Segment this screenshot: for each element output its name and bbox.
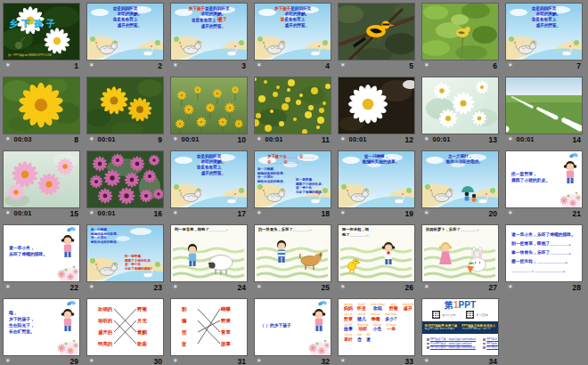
qr-group: 微信公众号 <box>432 311 455 319</box>
slide-cell: ✶00:0110 <box>171 77 247 145</box>
transition-star-icon[interactable]: ✶ <box>88 209 95 217</box>
slide-thumbnail-28[interactable]: 逮一串小鱼，乐坏了馋嘴的猫咪。割一把青草，喂饱了________。拿一块骨头，乐… <box>506 225 582 281</box>
qr-code-row: 微信公众号官方QQ群 <box>422 311 498 319</box>
transition-star-icon[interactable]: ✶ <box>423 61 430 69</box>
slide-thumbnail-7[interactable]: 曾是妈妈怀里欢唱的黄鹂。曾是爸爸背上盛开的野菊。 <box>506 4 582 60</box>
transition-star-icon[interactable]: ✶ <box>507 283 514 291</box>
vocab-characters: 猪儿 <box>357 317 366 321</box>
slide-thumbnail-9[interactable] <box>87 77 163 134</box>
slide-thumbnail-6[interactable] <box>422 4 498 60</box>
transition-star-icon[interactable]: ✶ <box>256 61 263 69</box>
slide-thumbnail-14[interactable] <box>506 77 582 134</box>
transition-star-icon[interactable]: ✶ <box>172 135 179 143</box>
transition-star-icon[interactable]: ✶ <box>256 357 263 365</box>
transition-star-icon[interactable]: ✶ <box>4 283 12 291</box>
slide-thumbnail-4[interactable]: 乡下孩子是妈妈怀里欢唱的黄鹂。曾是爸爸背上盛开的野菊。 <box>255 4 331 60</box>
slide-thumbnail-3[interactable]: 乡下孩子曾是妈妈怀里欢唱的黄鹂。曾是爸爸背上 谁?盛开的野菊。 <box>171 4 247 60</box>
slide-thumbnail-30[interactable]: 欢唱的动听的盛开的明亮的野菊月光黄鹂歌曲 <box>87 299 163 355</box>
slide-number: 26 <box>405 283 413 292</box>
transition-star-icon[interactable]: ✶ <box>88 61 95 69</box>
transition-star-icon[interactable]: ✶ <box>423 209 430 217</box>
slide-thumbnail-12[interactable] <box>339 77 414 134</box>
footer-link[interactable]: PPT背景图片：www.1ppt.com/beijing/ <box>427 345 476 350</box>
slide-text: 乐坏了馋嘴的猫咪。 <box>125 267 153 272</box>
slide-cell: ✶6 <box>422 4 498 71</box>
slide-cell: 曾是妈妈怀里欢唱的黄鹂。曾是爸爸背上盛开的野菊。✶2 <box>87 4 163 71</box>
slide-thumbnail-31[interactable]: 割编挖捉蝴蝶野菜青草故事 <box>171 299 247 355</box>
slide-thumbnail-32[interactable]: （ ）的乡下孩子 <box>255 299 331 355</box>
single-yellow-flower-image <box>4 77 79 134</box>
slide-thumbnail-1[interactable]: 乡下孩子第一PPT模板网 WWW.1PPT.COM <box>4 4 79 60</box>
slide-thumbnail-8[interactable] <box>4 77 79 134</box>
transition-star-icon[interactable]: ✶ <box>172 209 179 217</box>
slide-thumbnail-26[interactable]: 撒一把米粒，喂饱了________。 <box>339 225 414 281</box>
transition-star-icon[interactable]: ✶ <box>256 135 263 143</box>
slide-thumbnail-10[interactable] <box>171 77 247 134</box>
slide-text: 能编织美丽的故事。 <box>363 159 399 164</box>
slide-cell: ✶00:0113 <box>422 77 498 145</box>
transition-star-icon[interactable]: ✶ <box>4 135 12 143</box>
transition-star-icon[interactable]: ✶ <box>507 209 514 217</box>
slide-thumbnail-2[interactable]: 曾是妈妈怀里欢唱的黄鹂。曾是爸爸背上盛开的野菊。 <box>87 4 163 60</box>
slide-cell: ✶00:0115 <box>4 151 79 219</box>
slide-thumbnail-19[interactable]: 捉一只蝴蝶，能编织美丽的故事。 <box>339 151 414 207</box>
transition-star-icon[interactable]: ✶ <box>339 61 347 69</box>
vocab-word: duō shǎo多少? <box>385 313 396 321</box>
slide-label-bar: ✶20 <box>422 207 498 219</box>
slide-thumbnail-5[interactable] <box>339 4 414 60</box>
transition-star-icon[interactable]: ✶ <box>4 357 12 365</box>
footer-link[interactable]: PPT教程下载：www.1ppt.com/powerpoint/ <box>483 345 498 350</box>
slide-thumbnail-15[interactable] <box>4 151 79 207</box>
girl-strip-image <box>307 299 331 355</box>
transition-star-icon[interactable]: ✶ <box>88 357 95 365</box>
transition-star-icon[interactable]: ✶ <box>423 357 430 365</box>
slide-thumbnail-18[interactable]: 乡下孩子会____、会____、会____、会____。捉一只蝴蝶，能编织美丽的… <box>255 151 331 207</box>
slide-number: 2 <box>158 61 162 70</box>
slide-thumbnail-23[interactable]: 捉一只蝴蝶，能编织美丽的故事。含一片草叶，能吹出动听的歌曲。挖一篮野菜，撑圆了小… <box>87 225 163 281</box>
vocab-word: zhū ér猪儿 <box>357 313 366 321</box>
transition-star-icon[interactable]: ✶ <box>339 209 347 217</box>
slide-thumbnail-13[interactable] <box>422 77 498 134</box>
slide-thumbnail-29[interactable]: 哦，乡下的孩子，生在阳光下，长在旷野里。 <box>4 299 79 355</box>
transition-star-icon[interactable]: ✶ <box>339 357 347 365</box>
slide-thumbnail-16[interactable] <box>87 151 163 207</box>
slide-text-block: 乡下孩子是妈妈怀里欢唱的黄鹂。曾是爸爸背上盛开的野菊。 <box>255 6 331 28</box>
slide-text-block: 撒一把米粒，喂饱了________。 <box>342 227 371 237</box>
slide-cell: 曾是妈妈怀里欢唱的黄鹂。曾是爸爸背上盛开的野菊。✶7 <box>506 4 582 71</box>
transition-star-icon[interactable]: ✶ <box>423 135 430 143</box>
slide-cell: 捉一只蝴蝶，能编织美丽的故事。含一片草叶，能吹出动听的歌曲。挖一篮野菜，撑圆了小… <box>87 225 163 293</box>
slide-thumbnail-33[interactable]: mā ma妈妈huái lǐ怀里huān chàng欢唱yě jú野菊shèng… <box>339 299 414 355</box>
slide-number: 20 <box>489 209 497 218</box>
transition-star-icon[interactable]: ✶ <box>4 209 12 217</box>
slide-thumbnail-21[interactable]: 挖一篮野菜，撑圆了小猪的肚皮。 <box>506 151 582 207</box>
transition-star-icon[interactable]: ✶ <box>256 283 263 291</box>
slide-thumbnail-34[interactable]: 第1PPT微信公众号官方QQ群第1PPT模板网 免费下载海量PPT模板·素材·背… <box>422 299 498 355</box>
transition-star-icon[interactable]: ✶ <box>256 209 263 217</box>
transition-star-icon[interactable]: ✶ <box>339 283 347 291</box>
transition-star-icon[interactable]: ✶ <box>172 357 179 365</box>
slide-thumbnail-24[interactable]: 割一篮青草，喂饱了________。 <box>171 225 247 281</box>
slide-thumbnail-27[interactable]: 拔两根萝卜，乐坏了________。 <box>422 225 498 281</box>
transition-star-icon[interactable]: ✶ <box>4 61 12 69</box>
transition-star-icon[interactable]: ✶ <box>423 283 430 291</box>
slide-label-bar: ✶1 <box>4 60 79 71</box>
vocab-characters: 动听 <box>357 327 369 331</box>
transition-star-icon[interactable]: ✶ <box>339 135 347 143</box>
slide-label-bar: ✶7 <box>506 60 582 71</box>
transition-star-icon[interactable]: ✶ <box>172 61 179 69</box>
transition-star-icon[interactable]: ✶ <box>172 283 179 291</box>
slide-thumbnail-25[interactable]: 扔一块骨头，乐坏了________。 <box>255 225 331 281</box>
transition-star-icon[interactable]: ✶ <box>88 135 95 143</box>
slide-cell: ✶5 <box>339 4 414 71</box>
slide-text-block: 捉一只蝴蝶，能编织美丽的故事。含一片草叶，能吹出动听的歌曲。 <box>257 167 286 183</box>
slide-number: 14 <box>573 135 581 144</box>
transition-star-icon[interactable]: ✶ <box>507 135 514 143</box>
two-white-daisies-dark-image <box>4 4 79 60</box>
slide-text: 逮一串小鱼， <box>9 246 35 250</box>
slide-thumbnail-11[interactable] <box>255 77 331 134</box>
slide-thumbnail-17[interactable]: 曾是妈妈怀里欢唱的黄鹂。曾是爸爸背上盛开的野菊。 <box>171 151 247 207</box>
transition-star-icon[interactable]: ✶ <box>507 61 514 69</box>
transition-star-icon[interactable]: ✶ <box>88 283 95 291</box>
slide-thumbnail-22[interactable]: 逮一串小鱼，乐坏了馋嘴的猫咪。 <box>4 225 79 281</box>
slide-thumbnail-20[interactable]: 含一片草叶，能吹出动听的歌曲。 <box>422 151 498 207</box>
